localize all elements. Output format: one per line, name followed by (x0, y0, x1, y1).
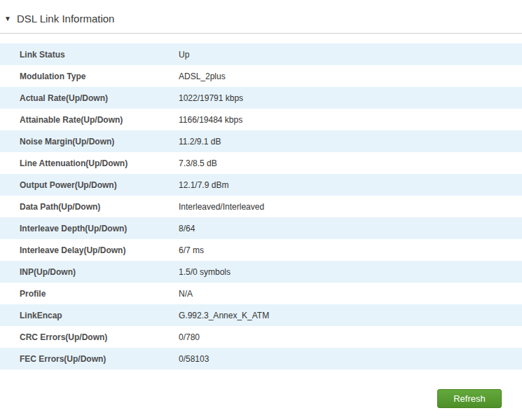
table-row: Actual Rate(Up/Down)1022/19791 kbps (0, 87, 522, 109)
row-value: 11.2/9.1 dB (179, 137, 522, 147)
row-label: Link Status (0, 50, 179, 60)
row-label: Modulation Type (0, 72, 179, 81)
dsl-link-info-panel: ▼ DSL Link Information Link StatusUpModu… (0, 0, 522, 408)
table-row: Noise Margin(Up/Down)11.2/9.1 dB (0, 130, 522, 152)
table-row: Link StatusUp (0, 43, 522, 65)
row-label: Actual Rate(Up/Down) (0, 93, 179, 103)
table-row: INP(Up/Down)1.5/0 symbols (0, 261, 522, 283)
row-value: N/A (179, 289, 522, 299)
row-value: 7.3/8.5 dB (179, 158, 522, 168)
table-row: Output Power(Up/Down)12.1/7.9 dBm (0, 174, 522, 196)
row-label: Interleave Delay(Up/Down) (0, 245, 179, 255)
row-label: Attainable Rate(Up/Down) (0, 115, 179, 125)
row-label: Data Path(Up/Down) (0, 202, 179, 212)
table-row: Interleave Depth(Up/Down)8/64 (0, 217, 522, 239)
table-row: Line Attenuation(Up/Down)7.3/8.5 dB (0, 152, 522, 174)
table-row: Interleave Delay(Up/Down)6/7 ms (0, 239, 522, 261)
row-value: Up (179, 50, 522, 60)
refresh-button[interactable]: Refresh (437, 389, 502, 408)
table-row: Data Path(Up/Down)Interleaved/Interleave… (0, 196, 522, 217)
row-value: Interleaved/Interleaved (179, 202, 522, 212)
page-title: DSL Link Information (17, 13, 115, 25)
row-value: 0/58103 (179, 354, 522, 364)
row-value: 6/7 ms (179, 245, 522, 255)
row-label: INP(Up/Down) (0, 267, 179, 277)
row-label: Line Attenuation(Up/Down) (0, 158, 179, 168)
row-value: G.992.3_Annex_K_ATM (179, 311, 522, 320)
collapse-triangle-icon[interactable]: ▼ (4, 15, 11, 22)
table-row: ProfileN/A (0, 283, 522, 304)
row-label: CRC Errors(Up/Down) (0, 332, 179, 342)
table-row: FEC Errors(Up/Down)0/58103 (0, 348, 522, 370)
dsl-info-table: Link StatusUpModulation TypeADSL_2plusAc… (0, 43, 522, 370)
row-label: FEC Errors(Up/Down) (0, 354, 179, 364)
table-row: CRC Errors(Up/Down)0/780 (0, 326, 522, 348)
row-value: 8/64 (179, 224, 522, 233)
table-row: Attainable Rate(Up/Down)1166/19484 kbps (0, 109, 522, 130)
row-label: Noise Margin(Up/Down) (0, 137, 179, 147)
row-value: ADSL_2plus (179, 72, 522, 81)
row-label: Profile (0, 289, 179, 299)
row-label: LinkEncap (0, 311, 179, 320)
row-value: 0/780 (179, 332, 522, 342)
row-value: 1166/19484 kbps (179, 115, 522, 125)
footer: Refresh (0, 389, 522, 408)
panel-header: ▼ DSL Link Information (0, 13, 522, 34)
row-value: 1.5/0 symbols (179, 267, 522, 277)
table-row: LinkEncapG.992.3_Annex_K_ATM (0, 304, 522, 326)
row-value: 12.1/7.9 dBm (179, 180, 522, 190)
row-label: Interleave Depth(Up/Down) (0, 224, 179, 233)
table-row: Modulation TypeADSL_2plus (0, 65, 522, 87)
row-value: 1022/19791 kbps (179, 93, 522, 103)
row-label: Output Power(Up/Down) (0, 180, 179, 190)
